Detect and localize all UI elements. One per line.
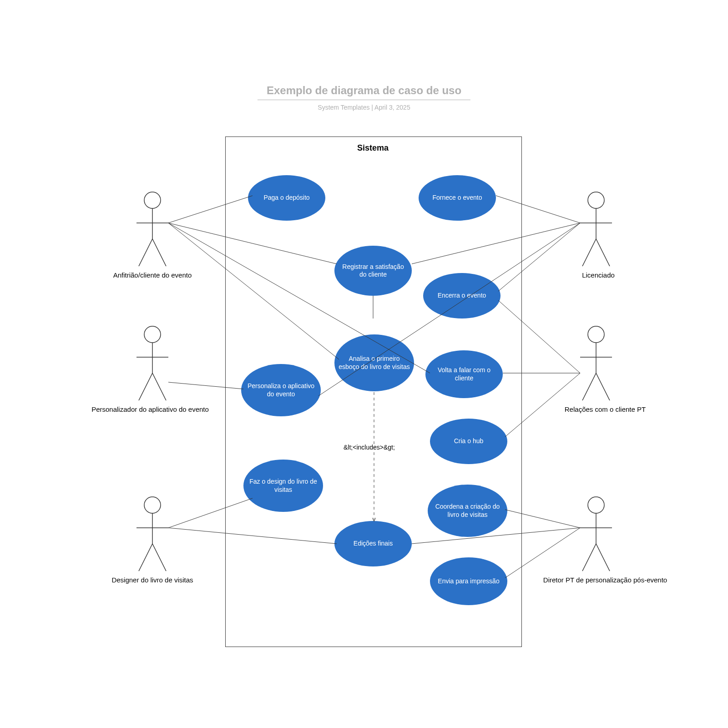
svg-point-20	[588, 326, 604, 343]
usecase-print: Envia para impressão	[430, 557, 507, 605]
usecase-review: Analisa o primeiro esboço do livro de vi…	[334, 334, 414, 391]
svg-point-5	[144, 326, 161, 343]
usecase-final: Edições finais	[334, 521, 412, 566]
svg-line-19	[596, 239, 610, 266]
svg-line-3	[139, 239, 152, 266]
usecase-coord: Coordena a criação do livro de visitas	[428, 485, 507, 537]
actor-designer-label: Designer do livro de visitas	[98, 576, 207, 585]
system-label: Sistema	[357, 143, 389, 153]
usecase-deposit: Paga o depósito	[248, 175, 325, 221]
subtitle-sep: |	[369, 104, 374, 111]
svg-line-9	[152, 373, 166, 400]
usecase-provide: Fornece o evento	[419, 175, 496, 221]
actor-licensee-icon	[580, 192, 612, 266]
actor-relations-label: Relações com o cliente PT	[546, 405, 664, 414]
actor-director-label: Diretor PT de personalização pós-evento	[541, 576, 669, 585]
svg-point-10	[144, 497, 161, 513]
svg-line-4	[152, 239, 166, 266]
actor-director-icon	[580, 497, 612, 571]
usecase-followup: Volta a falar com o cliente	[425, 350, 503, 398]
diagram-subtitle: System Templates | April 3, 2025	[318, 104, 410, 111]
subtitle-author: System Templates	[318, 104, 369, 111]
actor-customizer-label: Personalizador do aplicativo do evento	[91, 405, 209, 414]
svg-point-15	[588, 192, 604, 208]
svg-point-25	[588, 497, 604, 513]
svg-line-23	[582, 373, 596, 400]
svg-point-0	[144, 192, 161, 208]
svg-line-28	[582, 544, 596, 571]
usecase-design: Faz o design do livro de visitas	[243, 460, 323, 512]
svg-line-8	[139, 373, 152, 400]
usecase-hub: Cria o hub	[430, 419, 507, 464]
actor-host-icon	[136, 192, 168, 266]
actor-customizer-icon	[136, 326, 168, 400]
diagram-title: Exemplo de diagrama de caso de uso	[258, 84, 470, 100]
actor-licensee-label: Licenciado	[553, 271, 644, 280]
usecase-customize: Personaliza o aplicativo do evento	[241, 364, 321, 416]
actor-relations-icon	[580, 326, 612, 400]
actor-host-label: Anfitrião/cliente do evento	[98, 271, 207, 280]
svg-line-29	[596, 544, 610, 571]
svg-line-13	[139, 544, 152, 571]
usecase-close: Encerra o evento	[423, 273, 500, 318]
svg-line-18	[582, 239, 596, 266]
includes-label: &lt;<includes>&gt;	[344, 444, 395, 451]
usecase-satisfaction: Registrar a satisfação do cliente	[334, 246, 412, 296]
subtitle-date: April 3, 2025	[374, 104, 410, 111]
svg-line-24	[596, 373, 610, 400]
svg-line-14	[152, 544, 166, 571]
actor-designer-icon	[136, 497, 168, 571]
